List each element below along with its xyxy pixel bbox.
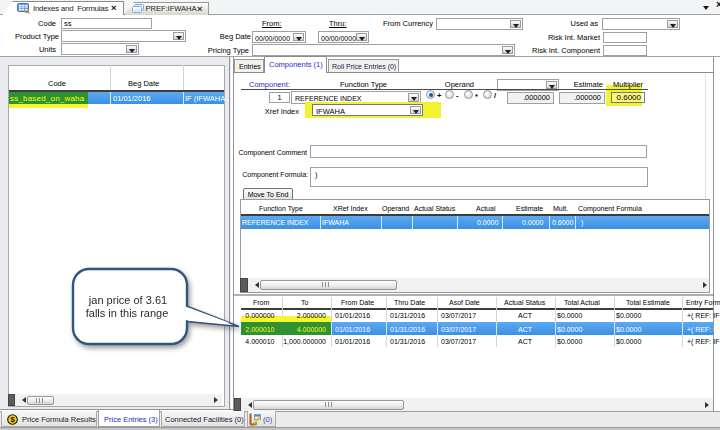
svg-text:falls in this range: falls in this range <box>86 307 169 319</box>
svg-text:jan price of 3.61: jan price of 3.61 <box>88 294 167 306</box>
